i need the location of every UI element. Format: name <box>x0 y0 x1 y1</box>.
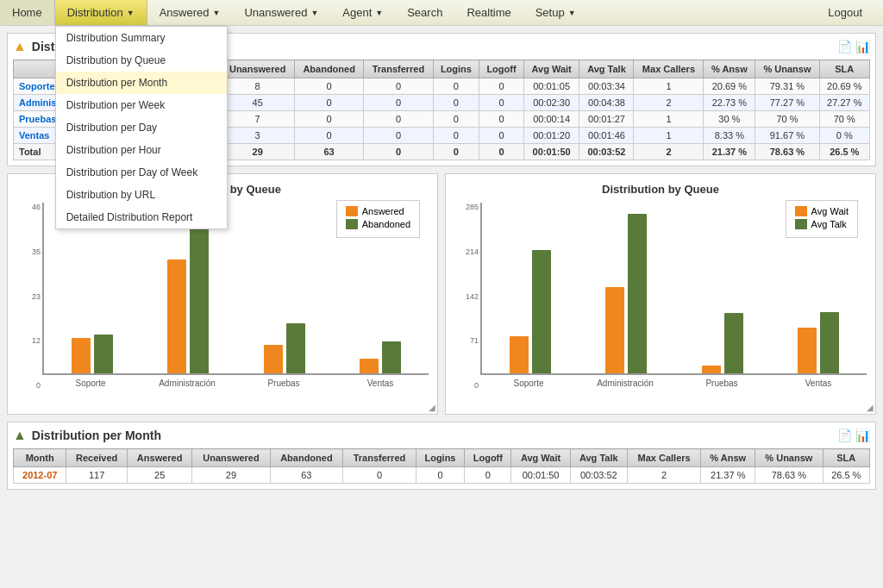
chart-group <box>245 323 324 373</box>
arrow-icon: ▲ <box>13 39 27 54</box>
month-pdf-icon[interactable]: 📄 <box>837 428 852 442</box>
col-unanswered: Unanswered <box>221 60 295 78</box>
chart2-labels: SoporteAdministraciónPruebasVentas <box>480 375 867 391</box>
chart2-legend: Avg Wait Avg Talk <box>786 200 858 238</box>
col-pctunansw: % Unansw <box>755 60 819 78</box>
chart-group <box>53 335 132 373</box>
cell-pctansw: 20.69 % <box>704 78 755 95</box>
col-transferred: Transferred <box>343 449 416 467</box>
bar-avgtalk <box>820 312 839 373</box>
table-row: 2012-07 117 25 29 63 0 0 0 00:01:50 00:0… <box>14 467 870 484</box>
legend-avgtalk-label: Avg Talk <box>811 219 847 229</box>
cell-maxcallers: 1 <box>634 78 704 95</box>
cell-logoff: 0 <box>479 95 524 111</box>
dd-distribution-detailed[interactable]: Detailed Distribution Report <box>56 206 227 228</box>
month-section: ▲ Distribution per Month 📄 📊 Month Recei… <box>7 422 876 490</box>
chart-label: Soporte <box>51 378 130 388</box>
col-logoff: Logoff <box>465 449 511 467</box>
chart2-resize[interactable]: ◢ <box>867 403 874 412</box>
col-logins: Logins <box>433 60 479 78</box>
bar-avgtalk <box>532 250 551 373</box>
bar-avgwait <box>798 328 817 373</box>
nav-realtime[interactable]: Realtime <box>454 0 523 25</box>
chevron-down-icon: ▼ <box>375 9 383 17</box>
cell-logins: 0 <box>433 111 479 128</box>
chart1-y-axis: 46 35 23 12 0 <box>16 203 41 390</box>
cell-sla: 20.69 % <box>819 78 869 95</box>
month-header-row: Month Received Answered Unanswered Aband… <box>14 449 870 467</box>
pdf-icon[interactable]: 📄 <box>837 40 852 53</box>
legend-answered-color <box>346 206 358 216</box>
month-xls-icon[interactable]: 📊 <box>855 428 870 442</box>
bar-abandoned <box>382 341 401 373</box>
col-logoff: Logoff <box>479 60 524 78</box>
cell-month: 2012-07 <box>14 467 66 484</box>
cell-avgtalk: 00:01:46 <box>579 128 634 144</box>
dd-distribution-month[interactable]: Distribution per Month <box>56 72 227 94</box>
bar-answered <box>264 345 283 373</box>
xls-icon[interactable]: 📊 <box>855 40 870 53</box>
chart-group <box>149 210 229 373</box>
col-logins: Logins <box>416 449 464 467</box>
col-abandoned: Abandoned <box>270 449 343 467</box>
dd-distribution-day[interactable]: Distribution per Day <box>56 116 227 139</box>
chevron-down-icon: ▼ <box>127 9 135 17</box>
nav-home[interactable]: Home <box>0 0 54 25</box>
dd-distribution-dayofweek[interactable]: Distribution per Day of Week <box>56 161 227 184</box>
dd-distribution-url[interactable]: Distribution by URL <box>56 184 227 206</box>
col-avgwait: Avg Wait <box>511 449 570 467</box>
nav-logout[interactable]: Logout <box>816 0 874 25</box>
bar-avgwait <box>605 287 624 373</box>
bar-abandoned <box>190 210 209 373</box>
cell-pctansw: 8.33 % <box>704 128 755 144</box>
chevron-down-icon: ▼ <box>212 9 220 17</box>
cell-avgtalk: 00:03:34 <box>579 78 634 95</box>
cell-pctansw: 22.73 % <box>704 95 755 111</box>
nav-distribution[interactable]: Distribution ▼ Distribution Summary Dist… <box>54 0 147 25</box>
chart1-resize[interactable]: ◢ <box>429 403 435 412</box>
cell-avgwait: 00:01:05 <box>523 78 579 95</box>
chart-label: Pruebas <box>682 378 761 388</box>
cell-transferred: 0 <box>364 111 433 128</box>
cell-sla: 70 % <box>819 111 869 128</box>
legend-avgwait: Avg Wait <box>795 206 849 216</box>
dd-distribution-week[interactable]: Distribution per Week <box>56 94 227 116</box>
bar-abandoned <box>286 323 305 373</box>
nav-agent[interactable]: Agent ▼ <box>330 0 395 25</box>
cell-avgtalk: 00:01:27 <box>579 111 634 128</box>
cell-logoff: 0 <box>479 128 524 144</box>
legend-abandoned-color <box>346 219 358 229</box>
cell-logins: 0 <box>433 78 479 95</box>
col-pctunansw: % Unansw <box>755 449 823 467</box>
col-unanswered: Unanswered <box>192 449 270 467</box>
cell-unanswered: 8 <box>221 78 295 95</box>
col-abandoned: Abandoned <box>294 60 363 78</box>
bar-abandoned <box>94 335 113 373</box>
chart2-box: Distribution by Queue 285 214 142 71 0 S… <box>445 173 876 415</box>
cell-logins: 0 <box>433 128 479 144</box>
cell-logins: 0 <box>433 95 479 111</box>
col-avgtalk: Avg Talk <box>579 60 634 78</box>
nav-unanswered[interactable]: Unanswered ▼ <box>232 0 330 25</box>
chart2-y-axis: 285 214 142 71 0 <box>454 203 479 390</box>
cell-avgwait: 00:01:20 <box>523 128 579 144</box>
chart-label: Ventas <box>341 378 420 388</box>
cell-abandoned: 0 <box>294 128 363 144</box>
dd-distribution-queue[interactable]: Distribution by Queue <box>56 49 227 72</box>
col-pctansw: % Answ <box>704 60 755 78</box>
cell-avgwait: 00:00:14 <box>523 111 579 128</box>
chart1-labels: SoporteAdministraciónPruebasVentas <box>42 375 429 391</box>
col-received: Received <box>66 449 128 467</box>
nav-search[interactable]: Search <box>395 0 454 25</box>
cell-unanswered: 3 <box>221 128 295 144</box>
col-sla: SLA <box>823 449 870 467</box>
col-avgwait: Avg Wait <box>523 60 579 78</box>
dd-distribution-summary[interactable]: Distribution Summary <box>56 27 227 49</box>
nav-answered[interactable]: Answered ▼ <box>147 0 233 25</box>
nav-setup[interactable]: Setup ▼ <box>523 0 588 25</box>
legend-answered: Answered <box>346 206 410 216</box>
legend-answered-label: Answered <box>362 206 404 216</box>
chart-label: Pruebas <box>244 378 323 388</box>
dd-distribution-hour[interactable]: Distribution per Hour <box>56 139 227 161</box>
chart-group <box>587 214 667 373</box>
